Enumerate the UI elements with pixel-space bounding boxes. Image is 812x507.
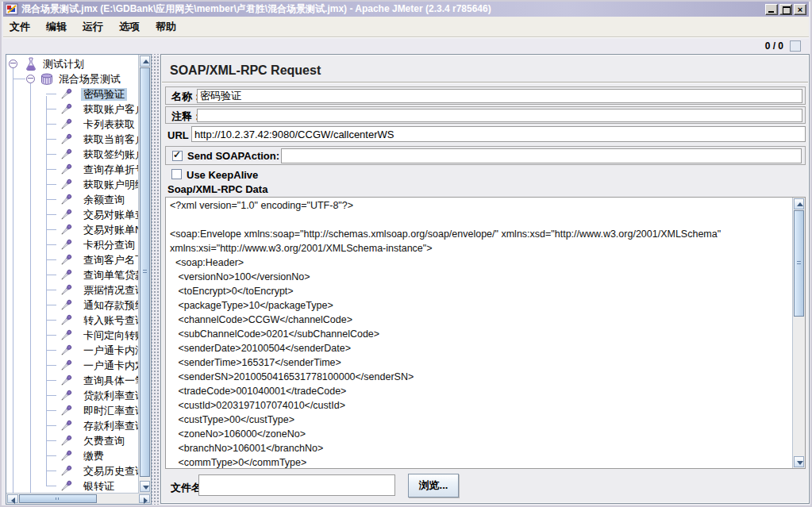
sampler-pipette-icon <box>58 238 74 252</box>
scroll-down-button[interactable] <box>794 456 804 467</box>
tree-connector <box>46 320 56 321</box>
tree-sampler-list: 密码验证 获取账户客户信息 <box>6 86 138 493</box>
menu-help[interactable]: 帮助 <box>156 20 176 34</box>
tree-item-label: 密码验证 <box>81 88 127 101</box>
tree-item-sampler[interactable]: 卡积分查询 <box>6 237 138 252</box>
url-input[interactable] <box>191 126 806 142</box>
tree-item-sampler[interactable]: 贷款利率查询 <box>6 388 138 403</box>
tree-item-sampler[interactable]: 交易历史查询 <box>6 463 138 478</box>
tree-connector <box>46 109 56 109</box>
filename-input[interactable] <box>198 474 395 496</box>
scrollbar-thumb[interactable] <box>19 494 97 503</box>
tree-item-label: 测试计划 <box>40 58 87 71</box>
tree-item-label: 卡积分查询 <box>81 239 137 252</box>
scroll-left-button[interactable] <box>7 494 18 503</box>
soapaction-checkbox[interactable] <box>172 151 183 161</box>
tree-item-sampler[interactable]: 一户通卡内定转活 <box>6 358 138 373</box>
sampler-pipette-icon <box>58 87 74 102</box>
tree-item-sampler[interactable]: 欠费查询 <box>6 433 138 448</box>
tree-item-label: 获取账户客户信息 <box>81 103 138 116</box>
url-row: URL <box>165 126 806 144</box>
minimize-button[interactable] <box>765 4 778 15</box>
tree-item-thread-group[interactable]: 混合场景测试 <box>6 71 138 86</box>
soap-data-textarea[interactable]: <?xml version="1.0" encoding="UTF-8"?> <… <box>165 197 806 469</box>
sampler-pipette-icon <box>58 374 74 388</box>
menu-file[interactable]: 文件 <box>10 20 30 34</box>
tree-item-sampler[interactable]: 一户通卡内活转定 <box>6 343 138 358</box>
tree-item-test-plan[interactable]: 测试计划 <box>6 56 138 71</box>
tree-connector <box>46 214 56 215</box>
tree-connector <box>46 455 56 456</box>
tree-item-sampler[interactable]: 获取当前客户所有 <box>6 132 138 147</box>
tree-item-sampler[interactable]: 交易对账单N笔查 <box>6 222 138 237</box>
scroll-right-button[interactable] <box>139 494 150 503</box>
tree-viewport: 测试计划 混合场景测试 <box>6 55 138 493</box>
browse-button[interactable]: 浏览... <box>408 474 459 497</box>
xml-line: <commType>0</commType> <box>170 457 791 468</box>
tree-item-sampler[interactable]: 获取签约账户信息 <box>6 147 138 162</box>
tree-collapse-handle[interactable] <box>26 75 35 83</box>
tree-item-sampler[interactable]: 查询存单折号 <box>6 162 138 177</box>
name-input[interactable] <box>197 89 802 103</box>
tree-connector <box>46 471 56 471</box>
name-row: 名称： <box>165 86 806 105</box>
tree-item-sampler[interactable]: 卡间定向转账 <box>6 328 138 343</box>
tree-item-sampler[interactable]: 卡列表获取 <box>6 117 138 132</box>
tree-connector <box>46 440 56 441</box>
tree-item-sampler[interactable]: 存款利率查询 <box>6 418 138 433</box>
tree-item-sampler[interactable]: 查询客户名下贷款 <box>6 252 138 267</box>
window-title: 混合场景测试.jmx (E:\GDBank\应用网关\member\卢君胜\混合… <box>21 2 765 16</box>
tree-item-sampler[interactable]: 转入账号查询 <box>6 313 138 328</box>
scroll-up-button[interactable] <box>140 56 150 67</box>
tree-item-sampler[interactable]: 缴费 <box>6 448 138 463</box>
tree-item-label: 交易对账单查询 <box>81 209 138 221</box>
scrollbar-thumb[interactable] <box>794 210 804 317</box>
xml-line: <soap:Envelope xmlns:soap="http://schema… <box>170 229 791 243</box>
menu-edit[interactable]: 编辑 <box>46 20 67 34</box>
tree-item-label: 欠费查询 <box>81 435 127 447</box>
scrollbar-thumb[interactable] <box>140 67 150 477</box>
tree-item-label: 卡列表获取 <box>81 118 137 131</box>
tree-item-label: 交易对账单N笔查 <box>81 224 138 236</box>
filename-label: 文件名 <box>171 481 202 495</box>
tree-item-label: 通知存款预约查询 <box>81 299 138 312</box>
file-row: 文件名 浏览... <box>165 473 806 501</box>
tree-connector <box>46 184 56 185</box>
scroll-down-button[interactable] <box>140 481 150 492</box>
comment-input[interactable] <box>197 109 802 122</box>
thread-counter: 0 / 0 <box>765 40 783 52</box>
close-button[interactable]: × <box>794 4 806 15</box>
tree-item-sampler[interactable]: 票据情况查询 <box>6 282 138 298</box>
tree-item-sampler[interactable]: 查询单笔贷款详细 <box>6 267 138 282</box>
maximize-button[interactable] <box>779 4 792 15</box>
soapaction-label: Send SOAPAction: <box>187 150 279 162</box>
tree-item-sampler[interactable]: 银转证 <box>6 478 138 493</box>
tree-item-sampler[interactable]: 获取账户客户信息 <box>6 102 138 117</box>
keepalive-checkbox[interactable] <box>171 169 182 179</box>
tree-item-sampler[interactable]: 余额查询 <box>6 192 138 207</box>
tree-horizontal-scrollbar[interactable] <box>6 493 151 504</box>
tree-item-sampler[interactable]: 即时汇率查询 <box>6 403 138 418</box>
tree-item-sampler[interactable]: 交易对账单查询 <box>6 207 138 222</box>
sampler-pipette-icon <box>58 419 74 433</box>
tree-item-sampler[interactable]: 获取账户明细信息 <box>6 177 138 192</box>
title-bar[interactable]: 混合场景测试.jmx (E:\GDBank\应用网关\member\卢君胜\混合… <box>3 2 809 17</box>
tree-vertical-scrollbar[interactable] <box>138 55 151 493</box>
run-indicator-box <box>790 40 801 52</box>
sampler-pipette-icon <box>58 389 74 403</box>
menu-run[interactable]: 运行 <box>83 20 103 34</box>
sampler-pipette-icon <box>58 464 74 478</box>
panel-splitter[interactable] <box>152 54 160 505</box>
scroll-up-button[interactable] <box>794 198 804 209</box>
tree-item-sampler[interactable]: 通知存款预约查询 <box>6 298 138 313</box>
sampler-pipette-icon <box>58 163 74 177</box>
tree-collapse-handle[interactable] <box>9 60 17 68</box>
tree-item-sampler[interactable]: 查询具体一笔存款 <box>6 373 138 388</box>
tree-item-label: 缴费 <box>81 450 106 463</box>
tree-item-sampler[interactable]: 密码验证 <box>6 86 138 102</box>
xml-vertical-scrollbar[interactable] <box>792 198 805 468</box>
menu-options[interactable]: 选项 <box>119 20 140 34</box>
xml-line: <subChannelCode>0201</subChannelCode> <box>170 328 791 343</box>
soapaction-input[interactable] <box>281 148 802 163</box>
sampler-pipette-icon <box>58 313 74 328</box>
